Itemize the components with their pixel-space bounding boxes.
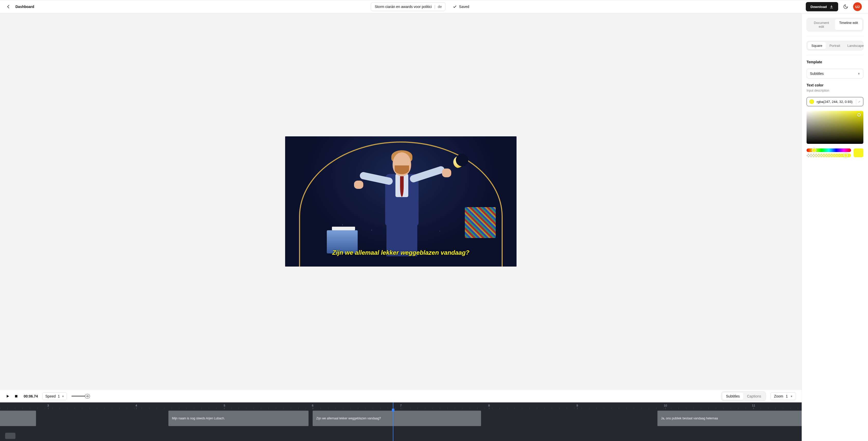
ruler-tick: 3 <box>47 404 49 409</box>
right-sidebar: Document edit Timeline edit Square Portr… <box>802 13 868 441</box>
subtitle-clip[interactable]: Zijn we allemaal lekker weggeblazen vand… <box>313 411 481 426</box>
pencil-icon <box>858 100 861 104</box>
video-placeholder-building <box>465 207 496 238</box>
zoom-value: 1 <box>786 394 788 398</box>
ruler-tick: 9 <box>577 404 578 409</box>
top-bar: Dashboard Storm ciarán en awards voor po… <box>0 0 868 13</box>
back-arrow-icon[interactable] <box>6 4 11 9</box>
subtitle-overlay: Zijn we allemaal lekker weggeblazen vand… <box>285 249 517 256</box>
edit-color-button[interactable] <box>856 99 861 104</box>
hue-slider[interactable] <box>807 148 851 152</box>
timeline-clips: Mijn naam is nog steeds Arjen Lubach.Zij… <box>0 411 802 426</box>
ruler-tick: 5 <box>224 404 225 409</box>
hue-marker[interactable] <box>812 148 816 153</box>
check-icon <box>453 5 457 9</box>
video-placeholder-host <box>368 148 435 256</box>
timecode: 00:06.74 <box>24 394 38 398</box>
subtitle-clip[interactable]: Mijn naam is nog steeds Arjen Lubach. <box>168 411 309 426</box>
download-icon <box>830 5 834 9</box>
ruler-tick: 4 <box>135 404 137 409</box>
download-label: Download <box>810 5 827 9</box>
edit-mode-tabs: Document edit Timeline edit <box>807 18 863 31</box>
project-language: de <box>438 5 442 9</box>
ruler-tick: 7 <box>400 404 402 409</box>
canvas-column: Zijn we allemaal lekker weggeblazen vand… <box>0 13 802 441</box>
tab-square[interactable]: Square <box>808 42 826 49</box>
speed-selector[interactable]: Speed 1 ▲▼ <box>42 392 67 400</box>
theme-toggle-button[interactable] <box>843 4 848 9</box>
ruler-tick: 11 <box>752 404 755 409</box>
color-swatch-icon <box>809 99 814 104</box>
main: Zijn we allemaal lekker weggeblazen vand… <box>0 13 868 441</box>
subtitle-clip[interactable]: Ja, ons publiek bestaat vandaag helemaa <box>657 411 802 426</box>
tab-timeline-edit[interactable]: Timeline edit <box>835 19 862 30</box>
volume-track[interactable] <box>71 396 90 396</box>
download-button[interactable]: Download <box>806 2 838 11</box>
ruler-tick: 8 <box>488 404 490 409</box>
play-icon <box>6 394 10 398</box>
template-select[interactable]: Subtitles ▲▼ <box>807 69 863 79</box>
text-color-input[interactable]: rgba(247, 244, 32, 0.93) <box>807 97 863 106</box>
title-separator: | <box>434 5 435 9</box>
project-title: Storm ciarán en awards voor politici <box>375 5 432 9</box>
saved-indicator: Saved <box>453 5 469 9</box>
dashboard-link[interactable]: Dashboard <box>16 5 34 9</box>
tab-captions[interactable]: Captions <box>743 393 765 400</box>
color-picker-saturation[interactable] <box>807 111 863 144</box>
alpha-slider[interactable] <box>807 154 851 157</box>
tab-landscape[interactable]: Landscape <box>844 42 867 49</box>
zoom-selector[interactable]: Zoom 1 ▲▼ <box>771 392 796 400</box>
playback-controls: 00:06.74 Speed 1 ▲▼ Subtitles Captions Z… <box>0 389 802 403</box>
template-value: Subtitles <box>810 71 824 76</box>
saved-label: Saved <box>459 5 469 9</box>
ruler-tick: 10 <box>664 404 667 409</box>
zoom-label: Zoom <box>774 394 783 398</box>
speed-label: Speed <box>45 394 56 398</box>
divider <box>807 55 863 55</box>
tab-portrait[interactable]: Portrait <box>826 42 844 49</box>
timeline[interactable]: 34567891011 Mijn naam is nog steeds Arje… <box>0 403 802 441</box>
project-title-box[interactable]: Storm ciarán en awards voor politici | d… <box>371 2 445 11</box>
template-label: Template <box>807 60 863 64</box>
aspect-ratio-tabs: Square Portrait Landscape <box>807 41 863 51</box>
moon-icon <box>843 4 848 9</box>
color-preview-swatch <box>854 148 863 157</box>
text-color-value[interactable]: rgba(247, 244, 32, 0.93) <box>816 100 854 104</box>
stop-icon <box>14 394 18 398</box>
ruler-tick: 6 <box>312 404 313 409</box>
color-picker-sliders <box>807 148 863 157</box>
timeline-ghost-clip[interactable] <box>5 433 16 439</box>
text-color-description: Input description <box>807 89 863 92</box>
video-preview[interactable]: Zijn we allemaal lekker weggeblazen vand… <box>285 136 517 267</box>
volume-knob[interactable] <box>85 394 90 399</box>
speed-value: 1 <box>58 394 60 398</box>
timeline-ruler: 34567891011 <box>0 403 802 409</box>
text-color-label: Text color <box>807 83 863 87</box>
svg-rect-0 <box>15 395 17 397</box>
volume-control[interactable] <box>71 396 90 396</box>
play-button[interactable] <box>6 394 10 398</box>
subtitle-clip[interactable] <box>0 411 36 426</box>
divider <box>807 36 863 36</box>
topbar-center: Storm ciarán en awards voor politici | d… <box>39 2 801 11</box>
track-type-tabs: Subtitles Captions <box>721 391 766 401</box>
sv-marker[interactable] <box>857 113 861 117</box>
tab-document-edit[interactable]: Document edit <box>808 19 835 30</box>
tab-subtitles[interactable]: Subtitles <box>722 393 744 400</box>
playhead[interactable] <box>393 403 393 441</box>
stop-button[interactable] <box>14 394 18 398</box>
volume-icon <box>86 395 89 398</box>
video-preview-wrap: Zijn we allemaal lekker weggeblazen vand… <box>0 13 802 389</box>
alpha-marker[interactable] <box>843 153 848 158</box>
avatar[interactable]: UJ <box>853 2 862 11</box>
